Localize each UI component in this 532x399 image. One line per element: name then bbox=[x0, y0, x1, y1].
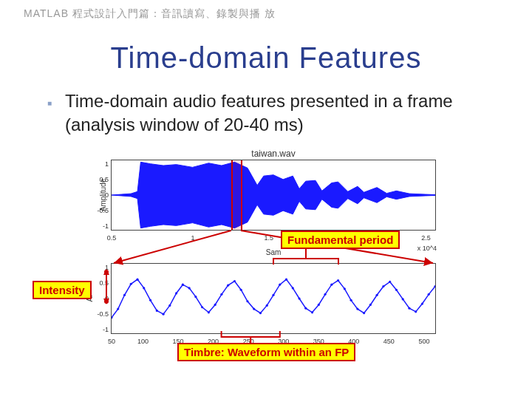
svg-point-19 bbox=[227, 284, 229, 287]
svg-point-12 bbox=[182, 284, 184, 286]
intensity-label: Intensity bbox=[33, 281, 92, 299]
svg-point-34 bbox=[324, 293, 326, 296]
xtick: 500 bbox=[418, 338, 429, 345]
svg-point-43 bbox=[382, 285, 384, 287]
svg-point-7 bbox=[149, 299, 151, 301]
svg-point-48 bbox=[415, 310, 417, 313]
svg-point-4 bbox=[130, 283, 132, 285]
xtick: 450 bbox=[383, 338, 395, 345]
chart-top-exp: x 10^4 bbox=[417, 245, 437, 252]
svg-point-13 bbox=[188, 287, 191, 289]
svg-point-44 bbox=[389, 281, 391, 283]
xtick: 2.5 bbox=[421, 234, 431, 242]
bullet-item: Time-domain audio features presented in … bbox=[47, 89, 499, 137]
svg-point-20 bbox=[233, 280, 236, 282]
svg-point-10 bbox=[168, 304, 171, 307]
chart-top-xlabel: Sam bbox=[112, 248, 435, 256]
ytick: 0.5 bbox=[92, 176, 109, 183]
xtick: 0.5 bbox=[107, 234, 117, 242]
svg-point-9 bbox=[162, 313, 164, 316]
svg-point-31 bbox=[304, 307, 307, 310]
svg-point-18 bbox=[220, 293, 222, 296]
svg-point-36 bbox=[337, 279, 339, 282]
svg-point-6 bbox=[143, 287, 145, 289]
waveform-frame-svg bbox=[112, 264, 435, 333]
svg-point-35 bbox=[330, 284, 332, 286]
svg-point-23 bbox=[253, 308, 255, 310]
svg-point-28 bbox=[285, 279, 287, 281]
ytick: -1 bbox=[92, 222, 109, 230]
svg-point-27 bbox=[279, 284, 281, 286]
svg-point-45 bbox=[395, 289, 398, 291]
chart-top-yticks: 1 0.5 0 -0.5 -1 bbox=[92, 160, 109, 230]
waveform-full-chart: taiwan.wav Amplitude 1 0.5 0 -0.5 -1 0.5… bbox=[111, 160, 436, 231]
svg-point-56 bbox=[104, 299, 109, 304]
waveform-frame-chart: Al 1 0.5 0 -0.5 -1 50 100 150 200 250 30… bbox=[111, 263, 436, 334]
xtick: 50 bbox=[108, 338, 115, 345]
xtick: 1 bbox=[191, 234, 195, 242]
svg-point-42 bbox=[376, 294, 378, 296]
svg-point-24 bbox=[259, 312, 262, 314]
svg-point-25 bbox=[266, 304, 268, 307]
svg-point-5 bbox=[136, 279, 138, 281]
svg-point-55 bbox=[104, 270, 109, 274]
bullet-list: Time-domain audio features presented in … bbox=[21, 89, 511, 137]
svg-point-29 bbox=[292, 287, 294, 289]
svg-point-2 bbox=[117, 308, 119, 310]
chart-top-title: taiwan.wav bbox=[112, 149, 435, 159]
waveform-full-svg bbox=[112, 160, 435, 230]
svg-point-26 bbox=[272, 294, 274, 296]
svg-point-32 bbox=[311, 311, 313, 313]
svg-point-8 bbox=[156, 310, 158, 312]
ytick: -1 bbox=[92, 326, 109, 333]
frame-window-line bbox=[241, 160, 242, 230]
slide: MATLAB 程式設計入門篇：音訊讀寫、錄製與播 放 Time-domain F… bbox=[0, 0, 532, 399]
svg-point-11 bbox=[175, 292, 177, 294]
header-note: MATLAB 程式設計入門篇：音訊讀寫、錄製與播 放 bbox=[24, 7, 276, 21]
svg-point-41 bbox=[369, 304, 372, 306]
frame-window-line bbox=[231, 160, 233, 230]
ytick: -0.5 bbox=[92, 310, 109, 318]
svg-point-49 bbox=[421, 302, 423, 304]
svg-point-37 bbox=[344, 287, 346, 290]
timbre-label: Timbre: Waveform within an FP bbox=[177, 343, 355, 361]
svg-point-14 bbox=[194, 296, 197, 298]
svg-point-15 bbox=[201, 306, 203, 308]
svg-point-16 bbox=[208, 311, 210, 313]
svg-point-3 bbox=[123, 294, 126, 296]
svg-point-21 bbox=[240, 289, 242, 291]
svg-point-50 bbox=[428, 293, 430, 296]
fundamental-period-label: Fundamental period bbox=[281, 231, 400, 249]
svg-point-38 bbox=[350, 299, 352, 301]
ytick: 1 bbox=[92, 160, 109, 168]
xtick: 1.5 bbox=[264, 234, 273, 242]
ytick: 0 bbox=[92, 191, 109, 199]
svg-point-40 bbox=[363, 312, 365, 314]
svg-point-30 bbox=[298, 297, 300, 299]
svg-point-17 bbox=[214, 304, 216, 306]
xtick: 100 bbox=[137, 338, 149, 345]
slide-title: Time-domain Features bbox=[21, 41, 511, 75]
ytick: -0.5 bbox=[92, 207, 109, 214]
svg-point-33 bbox=[318, 304, 320, 306]
svg-point-47 bbox=[408, 307, 410, 310]
svg-point-22 bbox=[246, 300, 248, 302]
svg-point-39 bbox=[356, 308, 358, 310]
svg-marker-0 bbox=[112, 162, 435, 228]
intensity-arrow-icon bbox=[102, 269, 111, 304]
figure-area: taiwan.wav Amplitude 1 0.5 0 -0.5 -1 0.5… bbox=[30, 160, 502, 381]
svg-point-46 bbox=[402, 298, 404, 300]
